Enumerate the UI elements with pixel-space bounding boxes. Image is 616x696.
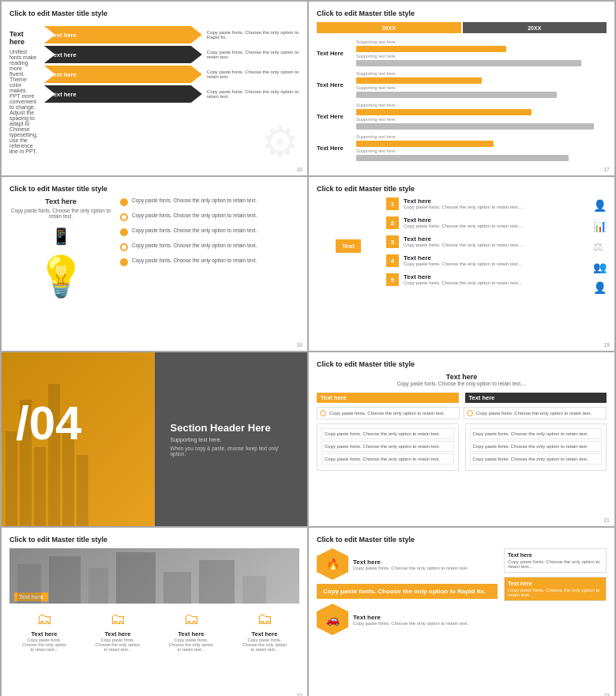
ht-sub1: Copy paste fonts. Choose the only option… [353, 566, 468, 570]
slide2-num: 17 [603, 167, 610, 172]
row1: Text Here Supporting text here Supportin… [317, 40, 607, 66]
num-item-1: 1 Text here Copy paste fonts. Choose the… [386, 198, 587, 210]
num4: 4 [386, 254, 399, 267]
num-item-3: 3 Text here Copy paste fonts. Choose the… [386, 235, 587, 248]
slide3-right: Copy paste fonts. Choose the only option… [120, 198, 299, 299]
dot-text4: Copy paste fonts. Choose the only option… [132, 243, 257, 248]
slide3-sub: Copy paste fonts. Choose the only option… [9, 208, 112, 219]
icon-block4: 🗂 Text here Copy paste fonts. Choose the… [241, 610, 288, 652]
row2-sub1: Supporting text here [356, 71, 607, 76]
row3: Text Here Supporting text here Supportin… [317, 103, 607, 130]
section-sub: Supporting text here. [171, 437, 222, 442]
row4-sub1: Supporting text here [356, 134, 607, 139]
row3-sub2: Supporting text here [356, 117, 607, 122]
slide3-title: Click to edit Master title style [9, 185, 299, 193]
col2-row2: Copy paste fonts. Choose the only option… [470, 441, 603, 452]
col1-row2: Copy paste fonts. Choose the only option… [321, 441, 454, 452]
ht-title2: Text here [353, 614, 468, 621]
cb-title: Text here [317, 373, 607, 381]
section-num: /04 [16, 400, 81, 447]
slide1-body: Unified fonts make reading more fluent. … [9, 49, 38, 154]
slide-3: Click to edit Master title style Text he… [2, 177, 307, 351]
row2-sub2: Supporting text here [356, 85, 607, 90]
slide1-content: Text here Unified fonts make reading mor… [9, 22, 299, 154]
dot5 [120, 258, 128, 266]
arrow2-sub: Copy paste fonts. Choose the only option… [202, 50, 305, 59]
row3-bar2 [356, 123, 594, 130]
svg-rect-3 [116, 552, 156, 604]
num2: 2 [386, 216, 399, 229]
yellow-banner: Copy paste fonts. Choose the only option… [317, 584, 498, 599]
row4-bar2 [356, 155, 569, 161]
bulb-icon: 💡 [9, 254, 112, 299]
dot-item-5: Copy paste fonts. Choose the only option… [120, 258, 299, 266]
row4-bars: Supporting text here Supporting text her… [356, 134, 607, 161]
slide4-num: 19 [603, 342, 610, 348]
row3-label: Text Here [317, 113, 356, 120]
nt-sub4: Copy paste fonts. Choose the only option… [404, 261, 523, 266]
col2: Copy paste fonts. Choose the only option… [465, 423, 607, 471]
col2-row1: Copy paste fonts. Choose the only option… [470, 428, 603, 439]
nt-title1: Text here [404, 198, 523, 205]
slide8-right: Text here Copy paste fonts. Choose the o… [504, 548, 607, 639]
ht-sub2: Copy paste fonts. Choose the only option… [353, 621, 468, 626]
row3-bar1 [356, 109, 531, 115]
nt-sub5: Copy paste fonts. Choose the only option… [404, 280, 523, 285]
ib-sub4: Copy paste fonts. Choose the only option… [241, 638, 288, 652]
slide1-title: Click to edit Master title style [9, 9, 299, 17]
hex1: 🔥 [317, 548, 348, 580]
ht-title1: Text here [353, 559, 468, 566]
icon-block2: 🗂 Text here Copy paste fonts. Choose the… [94, 610, 141, 652]
slide6-cols: Copy paste fonts. Choose the only option… [317, 423, 607, 471]
nt-sub2: Copy paste fonts. Choose the only option… [404, 224, 523, 228]
row1-label: Text Here [317, 50, 356, 57]
svg-rect-2 [88, 568, 108, 604]
svg-rect-6 [242, 576, 266, 604]
arrow-2: Text here Copy paste fonts. Choose the o… [44, 46, 305, 63]
arrow-3: Text here Copy paste fonts. Choose the o… [44, 66, 305, 83]
num-item-4: 4 Text here Copy paste fonts. Choose the… [386, 254, 587, 267]
section-header: Section Header Here [171, 422, 271, 434]
si-icon3: ⚖ [593, 240, 607, 253]
row2-label: Text Here [317, 81, 356, 88]
slide-7: Click to edit Master title style Text he… [2, 528, 307, 696]
si-icon2: 📊 [593, 220, 607, 232]
dot2 [120, 213, 128, 221]
row4-sub2: Supporting text here [356, 149, 607, 153]
rc-title1: Text here [508, 552, 603, 558]
row4: Text Here Supporting text here Supportin… [317, 134, 607, 161]
slide7-icons: 🗂 Text here Copy paste fonts. Choose the… [9, 610, 299, 652]
row1-bar2 [356, 60, 581, 66]
dot4 [120, 243, 128, 251]
tl-item1: Copy paste fonts. Choose the only option… [317, 407, 460, 419]
hex-text1: Text here Copy paste fonts. Choose the o… [353, 559, 468, 570]
ib-label3: Text here [167, 630, 215, 638]
ib-icon1: 🗂 [21, 610, 68, 628]
side-icons: 👤 📊 ⚖ 👥 👤 [593, 199, 607, 294]
dot-text5: Copy paste fonts. Choose the only option… [132, 258, 257, 263]
ib-label2: Text here [94, 630, 141, 638]
hex-text2: Text here Copy paste fonts. Choose the o… [353, 614, 468, 626]
nt-sub1: Copy paste fonts. Choose the only option… [404, 205, 523, 209]
slide6-title: Click to edit Master title style [317, 360, 607, 368]
slide2-title: Click to edit Master title style [317, 9, 607, 17]
bld6 [77, 455, 88, 526]
right-card1: Text here Copy paste fonts. Choose the o… [504, 548, 607, 573]
row2: Text Here Supporting text here Supportin… [317, 71, 607, 98]
nt-sub3: Copy paste fonts. Choose the only option… [404, 243, 523, 247]
slide-6: Click to edit Master title style Text he… [309, 352, 614, 526]
slide8-content: 🔥 Text here Copy paste fonts. Choose the… [317, 548, 607, 639]
slide6-top-row: Text here Text here [317, 393, 607, 403]
center-text: Text [336, 239, 361, 253]
slide-4: Click to edit Master title style Text 1 … [309, 177, 614, 351]
dot-item-2: Copy paste fonts. Choose the only option… [120, 213, 299, 221]
num-text5: Text here Copy paste fonts. Choose the o… [404, 273, 523, 285]
svg-rect-5 [199, 560, 235, 604]
svg-rect-0 [17, 564, 41, 604]
tl-text1: Copy paste fonts. Choose the only option… [329, 411, 445, 416]
arrow3-label: Text here [44, 66, 202, 83]
ib-label1: Text here [21, 630, 68, 638]
dot-text3: Copy paste fonts. Choose the only option… [132, 228, 257, 233]
slide3-heading: Text here [9, 198, 112, 205]
row1-sub1: Supporting text here [356, 40, 607, 44]
